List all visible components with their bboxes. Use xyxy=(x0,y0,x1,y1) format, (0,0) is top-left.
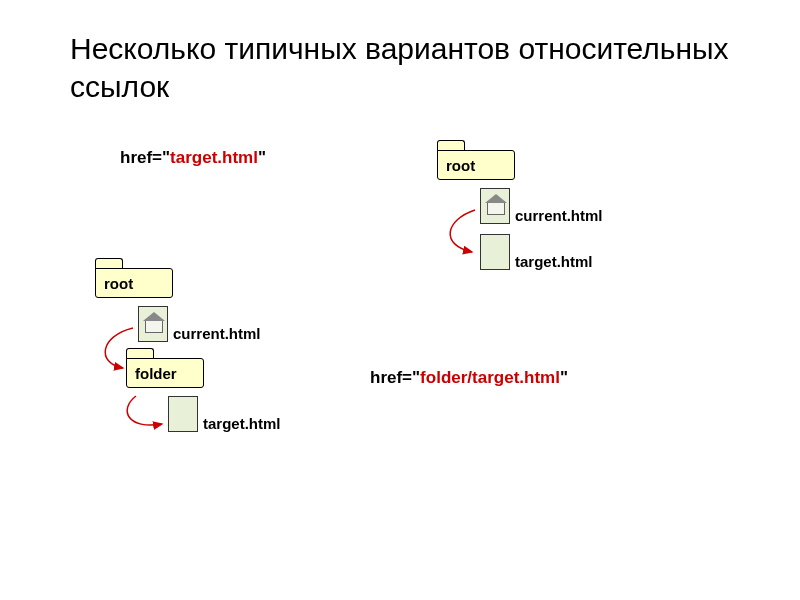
href-prefix: href=" xyxy=(120,148,170,167)
folder-label: folder xyxy=(126,358,204,388)
href-label-1: href="target.html" xyxy=(120,148,266,168)
folder-label: root xyxy=(95,268,173,298)
folder-root-ex2: root xyxy=(95,258,173,298)
file-icon-current-ex1 xyxy=(480,188,510,224)
file-icon-target-ex2 xyxy=(168,396,198,432)
href-value: target.html xyxy=(170,148,258,167)
href-label-2: href="folder/target.html" xyxy=(370,368,568,388)
file-icon-current-ex2 xyxy=(138,306,168,342)
file-label-current-ex2: current.html xyxy=(173,325,261,342)
file-label-target-ex1: target.html xyxy=(515,253,593,270)
href-prefix: href=" xyxy=(370,368,420,387)
page-title: Несколько типичных вариантов относительн… xyxy=(70,30,770,105)
href-value: folder/target.html xyxy=(420,368,560,387)
file-label-current-ex1: current.html xyxy=(515,207,603,224)
href-suffix: " xyxy=(258,148,266,167)
href-suffix: " xyxy=(560,368,568,387)
file-label-target-ex2: target.html xyxy=(203,415,281,432)
folder-root-ex1: root xyxy=(437,140,515,180)
file-icon-target-ex1 xyxy=(480,234,510,270)
folder-folder-ex2: folder xyxy=(126,348,204,388)
folder-label: root xyxy=(437,150,515,180)
